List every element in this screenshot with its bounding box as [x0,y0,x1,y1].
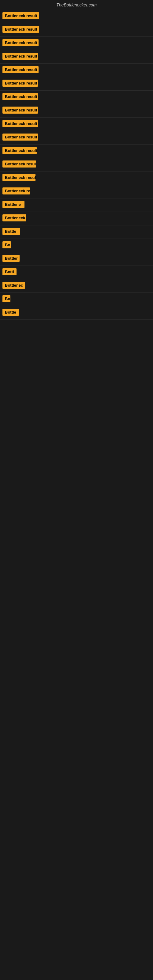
badge-label-3: Bottleneck result [2,39,38,46]
empty-space [0,320,153,626]
badge-label-14: Bottleneck re [2,188,30,194]
site-title: TheBottlenecker.com [0,0,153,10]
badge-label-23: Bottle [2,309,19,316]
badge-row-14: Bottleneck re [0,185,153,199]
badge-label-8: Bottleneck result [2,107,38,114]
badge-row-15: Bottlene [0,199,153,212]
bottleneck-badge-13[interactable]: Bottleneck result [2,174,35,182]
badge-label-17: Bottle [2,228,20,235]
badges-container: Bottleneck resultBottleneck resultBottle… [0,10,153,626]
badge-row-13: Bottleneck result [0,172,153,185]
badge-label-16: Bottleneck [2,215,26,221]
bottleneck-badge-18[interactable]: Bo [2,241,11,250]
badge-row-5: Bottleneck result [0,64,153,77]
badge-row-6: Bottleneck result [0,77,153,91]
badge-label-6: Bottleneck result [2,80,38,87]
badge-row-9: Bottleneck result [0,118,153,131]
badge-label-13: Bottleneck result [2,174,35,181]
badge-label-19: Bottler [2,255,19,262]
bottleneck-badge-7[interactable]: Bottleneck result [2,93,38,101]
badge-row-4: Bottleneck result [0,50,153,64]
badge-row-11: Bottleneck result [0,145,153,158]
badge-label-4: Bottleneck result [2,52,38,60]
badge-label-15: Bottlene [2,201,24,208]
badge-row-12: Bottleneck result [0,158,153,172]
badge-label-12: Bottleneck result [2,161,36,167]
bottleneck-badge-2[interactable]: Bottleneck result [2,26,39,34]
bottleneck-badge-9[interactable]: Bottleneck result [2,120,38,128]
bottleneck-badge-1[interactable]: Bottleneck result [2,12,39,21]
bottleneck-badge-17[interactable]: Bottle [2,228,20,236]
badge-label-9: Bottleneck result [2,120,38,127]
badge-label-7: Bottleneck result [2,93,38,100]
badge-label-10: Bottleneck result [2,134,38,140]
badge-row-2: Bottleneck result [0,23,153,37]
bottleneck-badge-21[interactable]: Bottlenec [2,282,25,290]
badge-row-3: Bottleneck result [0,37,153,50]
badge-label-1: Bottleneck result [2,12,39,19]
bottleneck-badge-19[interactable]: Bottler [2,255,19,263]
badge-row-19: Bottler [0,252,153,266]
bottleneck-badge-22[interactable]: Bo [2,295,10,304]
bottleneck-badge-6[interactable]: Bottleneck result [2,80,38,88]
badge-label-18: Bo [2,241,11,248]
badge-label-22: Bo [2,295,10,302]
badge-label-2: Bottleneck result [2,26,39,33]
bottleneck-badge-20[interactable]: Bottl [2,268,16,277]
badge-row-17: Bottle [0,225,153,239]
badge-row-22: Bo [0,293,153,306]
bottleneck-badge-23[interactable]: Bottle [2,309,19,317]
badge-row-23: Bottle [0,306,153,320]
bottleneck-badge-14[interactable]: Bottleneck re [2,188,30,196]
bottleneck-badge-15[interactable]: Bottlene [2,201,24,209]
bottleneck-badge-4[interactable]: Bottleneck result [2,52,38,61]
badge-row-20: Bottl [0,266,153,279]
badge-row-8: Bottleneck result [0,104,153,118]
bottleneck-badge-8[interactable]: Bottleneck result [2,107,38,115]
bottleneck-badge-11[interactable]: Bottleneck result [2,147,37,155]
badge-row-10: Bottleneck result [0,131,153,145]
badge-label-20: Bottl [2,268,16,275]
badge-row-16: Bottleneck [0,212,153,225]
bottleneck-badge-12[interactable]: Bottleneck result [2,161,36,169]
badge-row-7: Bottleneck result [0,91,153,104]
badge-row-1: Bottleneck result [0,10,153,23]
badge-label-5: Bottleneck result [2,66,38,73]
badge-row-21: Bottlenec [0,279,153,293]
bottleneck-badge-10[interactable]: Bottleneck result [2,134,38,142]
bottleneck-badge-16[interactable]: Bottleneck [2,215,26,223]
bottleneck-badge-5[interactable]: Bottleneck result [2,66,38,75]
site-title-container: TheBottlenecker.com [0,0,153,10]
badge-label-21: Bottlenec [2,282,25,289]
bottleneck-badge-3[interactable]: Bottleneck result [2,39,38,48]
badge-label-11: Bottleneck result [2,147,37,154]
badge-row-18: Bo [0,239,153,252]
